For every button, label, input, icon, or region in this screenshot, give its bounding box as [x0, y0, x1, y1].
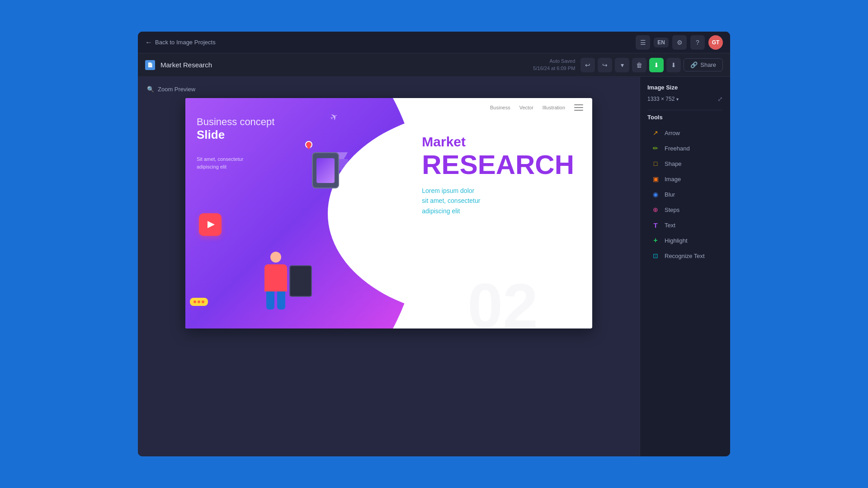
language-button[interactable]: EN [654, 38, 669, 47]
slide-body-text: Sit amet, consecteturadipiscing elit [197, 155, 274, 170]
recognize-text-tool-icon: ⊡ [651, 251, 660, 260]
slide-bottom-right-icon: ⊡ [570, 306, 586, 322]
shape-tool-label: Shape [665, 160, 682, 167]
auto-saved-label: Auto Saved [533, 58, 575, 65]
tool-arrow[interactable]: ↗ Arrow [647, 125, 723, 141]
image-size-title: Image Size [647, 84, 723, 91]
lang-label: EN [657, 39, 665, 46]
dropdown-arrow-icon: ▾ [676, 97, 679, 102]
chat-dot-1 [193, 300, 196, 303]
blur-tool-icon: ◉ [651, 190, 660, 199]
tablet-decoration [289, 265, 312, 297]
download-button[interactable]: ⬇ [666, 58, 681, 72]
canvas-slide[interactable]: Business Vector Illustration Business co… [185, 98, 592, 328]
image-size-row: 1333 × 752 ▾ ⤢ [647, 95, 723, 103]
slide-right-content: Market RESEARCH Lorem ipsum dolorsit ame… [422, 134, 574, 216]
tools-section: Tools ↗ Arrow ✏ Freehand □ Shape ▣ Image [647, 114, 723, 263]
avatar-button[interactable]: GT [708, 35, 723, 50]
steps-tool-icon: ⊕ [651, 205, 660, 214]
slide-lorem-text: Lorem ipsum dolorsit amet, consecteturad… [422, 186, 539, 216]
shape-tool-icon: □ [651, 159, 660, 168]
slide-nav-business: Business [490, 105, 510, 110]
location-pin-icon [305, 141, 312, 148]
slide-left-content: Business concept Slide Sit amet, consect… [197, 116, 274, 170]
canvas-area[interactable]: 🔍 Zoom Preview Business Vector Illustrat… [138, 77, 640, 456]
main-content: 🔍 Zoom Preview Business Vector Illustrat… [138, 77, 730, 456]
tool-freehand[interactable]: ✏ Freehand [647, 141, 723, 156]
help-button[interactable]: ? [690, 35, 705, 50]
share-link-icon: 🔗 [690, 61, 698, 68]
chat-dot-3 [202, 300, 204, 303]
slide-nav-menu-icon [574, 104, 583, 111]
slide-bg-number: 02 [467, 274, 538, 328]
doc-title: Market Research [160, 61, 212, 69]
zoom-icon: 🔍 [147, 86, 154, 93]
freehand-tool-icon: ✏ [651, 144, 660, 153]
person-illustration [253, 252, 298, 319]
text-tool-icon: T [651, 221, 660, 230]
divider-1 [647, 110, 723, 110]
tools-title: Tools [647, 114, 723, 121]
steps-tool-label: Steps [665, 206, 679, 213]
zoom-preview-label: Zoom Preview [158, 86, 195, 93]
slide-heading-top: Business concept [197, 116, 274, 128]
delete-button[interactable]: 🗑 [632, 58, 646, 72]
slide-nav: Business Vector Illustration [185, 98, 592, 117]
slide-nav-illustration: Illustration [542, 105, 565, 110]
toolbar-actions: ↩ ↪ ▾ 🗑 ⬇ ⬇ 🔗 Share [580, 58, 723, 72]
tool-shape[interactable]: □ Shape [647, 156, 723, 171]
image-tool-label: Image [665, 176, 681, 183]
blur-tool-label: Blur [665, 191, 675, 198]
image-tool-icon: ▣ [651, 174, 660, 183]
share-button[interactable]: 🔗 Share [684, 58, 723, 71]
slide-background: Business Vector Illustration Business co… [185, 98, 592, 328]
tool-blur[interactable]: ◉ Blur [647, 187, 723, 202]
tool-image[interactable]: ▣ Image [647, 171, 723, 187]
person-head [270, 252, 281, 263]
size-value: 1333 × 752 [647, 96, 675, 102]
text-tool-label: Text [665, 222, 675, 229]
chat-bubble-decoration [190, 298, 208, 306]
slide-market-text: Market [422, 134, 574, 150]
save-button[interactable]: ⬇ [649, 58, 664, 72]
doc-icon: 📄 [145, 60, 155, 70]
tool-text[interactable]: T Text [647, 217, 723, 233]
arrow-tool-icon: ↗ [651, 128, 660, 137]
avatar-initials: GT [712, 39, 720, 46]
share-label: Share [700, 61, 716, 68]
back-button[interactable]: ← Back to Image Projects [145, 38, 216, 47]
zoom-preview-bar: 🔍 Zoom Preview [147, 86, 631, 93]
tool-steps[interactable]: ⊕ Steps [647, 202, 723, 217]
play-button-decoration [199, 213, 222, 236]
back-label: Back to Image Projects [155, 39, 216, 46]
top-bar-actions: ☰ EN ⚙ ? GT [636, 35, 723, 50]
dropdown-button[interactable]: ▾ [615, 58, 629, 72]
slide-research-text: RESEARCH [422, 151, 574, 178]
menu-button[interactable]: ☰ [636, 35, 650, 50]
settings-button[interactable]: ⚙ [672, 35, 687, 50]
tool-highlight[interactable]: + Highlight [647, 233, 723, 248]
arrow-tool-label: Arrow [665, 130, 680, 136]
floating-screen [312, 152, 339, 188]
resize-icon[interactable]: ⤢ [717, 95, 723, 103]
tool-recognize-text[interactable]: ⊡ Recognize Text [647, 248, 723, 263]
secondary-bar: 📄 Market Research Auto Saved 5/16/24 at … [138, 53, 730, 77]
play-triangle-icon [208, 221, 215, 228]
back-arrow-icon: ← [145, 38, 152, 47]
settings-icon: ⚙ [677, 39, 683, 46]
redo-button[interactable]: ↪ [598, 58, 612, 72]
slide-heading-bottom: Slide [197, 128, 274, 142]
slide-nav-vector: Vector [519, 105, 533, 110]
undo-button[interactable]: ↩ [580, 58, 595, 72]
size-dropdown[interactable]: 1333 × 752 ▾ [647, 96, 679, 102]
person-body [264, 264, 287, 291]
recognize-text-tool-label: Recognize Text [665, 253, 705, 259]
person-leg-right [277, 291, 285, 310]
person-leg-left [266, 291, 274, 310]
highlight-tool-label: Highlight [665, 237, 688, 244]
help-icon: ? [696, 39, 699, 46]
app-window: ← Back to Image Projects ☰ EN ⚙ ? GT 📄 M… [138, 32, 730, 456]
highlight-tool-icon: + [651, 236, 660, 245]
top-bar: ← Back to Image Projects ☰ EN ⚙ ? GT [138, 32, 730, 53]
freehand-tool-label: Freehand [665, 145, 690, 152]
